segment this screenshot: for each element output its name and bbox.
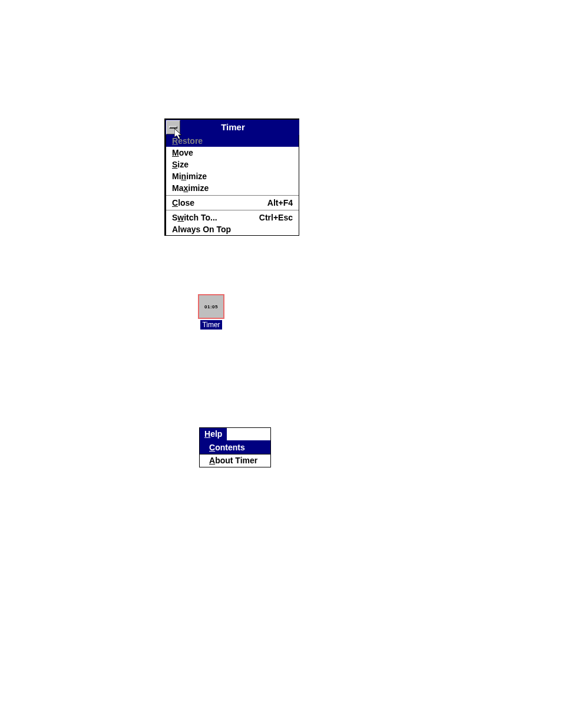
window-title: Timer bbox=[181, 120, 299, 135]
help-menu-item-contents[interactable]: Contents bbox=[200, 442, 270, 454]
dash-icon bbox=[169, 126, 177, 129]
help-menu-item-about[interactable]: About Timer bbox=[200, 454, 270, 467]
help-menu-button[interactable]: Help bbox=[200, 428, 227, 440]
timer-icon-time: 01:05 bbox=[204, 304, 218, 309]
menu-item-close[interactable]: Close Alt+F4 bbox=[166, 197, 299, 209]
menu-item-switch-to[interactable]: Switch To... Ctrl+Esc bbox=[166, 212, 299, 223]
help-menu: Help Contents About Timer bbox=[199, 427, 271, 467]
help-menu-dropdown: Contents About Timer bbox=[200, 442, 270, 467]
menu-item-restore[interactable]: Restore bbox=[166, 135, 299, 147]
menu-item-always-on-top[interactable]: Always On Top bbox=[166, 223, 299, 235]
system-menu-window: Timer Restore Move Size Minimize Maximiz… bbox=[164, 118, 299, 236]
menu-item-size[interactable]: Size bbox=[166, 159, 299, 170]
control-menu-icon[interactable] bbox=[166, 120, 180, 134]
titlebar[interactable]: Timer bbox=[166, 120, 299, 135]
timer-icon-caption: Timer bbox=[200, 320, 222, 330]
timer-minimized-icon[interactable]: 01:05 Timer bbox=[198, 294, 224, 330]
help-menu-bar: Help bbox=[200, 428, 270, 442]
menu-separator bbox=[166, 210, 299, 210]
system-menu: Restore Move Size Minimize Maximize Clos… bbox=[166, 135, 299, 236]
timer-icon-display: 01:05 bbox=[198, 294, 224, 319]
menu-item-minimize[interactable]: Minimize bbox=[166, 170, 299, 182]
menu-item-maximize[interactable]: Maximize bbox=[166, 182, 299, 194]
menu-item-move[interactable]: Move bbox=[166, 147, 299, 159]
menu-separator bbox=[166, 195, 299, 196]
